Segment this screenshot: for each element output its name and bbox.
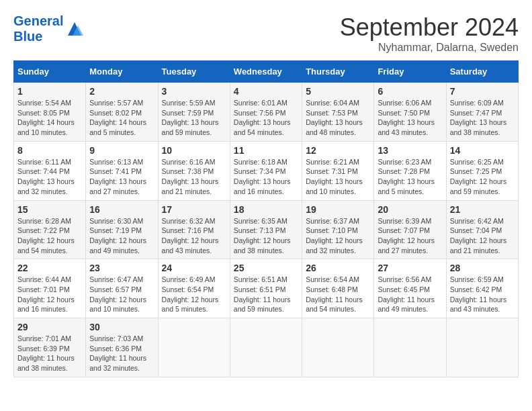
sunset-text: Sunset: 6:39 PM xyxy=(17,345,70,353)
sunset-text: Sunset: 6:51 PM xyxy=(234,285,286,293)
daylight-text: Daylight: 11 hours and 49 minutes. xyxy=(378,295,435,314)
calendar-cell xyxy=(230,318,302,377)
day-number: 6 xyxy=(378,86,442,97)
week-row-5: 29Sunrise: 7:01 AMSunset: 6:39 PMDayligh… xyxy=(14,318,519,377)
day-info: Sunrise: 6:54 AMSunset: 6:48 PMDaylight:… xyxy=(306,275,370,314)
day-info: Sunrise: 6:28 AMSunset: 7:22 PMDaylight:… xyxy=(17,216,82,256)
week-row-3: 15Sunrise: 6:28 AMSunset: 7:22 PMDayligh… xyxy=(14,200,519,259)
calendar-cell: 14Sunrise: 6:25 AMSunset: 7:25 PMDayligh… xyxy=(446,141,518,200)
day-number: 14 xyxy=(450,145,515,156)
sunrise-text: Sunrise: 5:59 AM xyxy=(162,99,216,107)
sunrise-text: Sunrise: 5:54 AM xyxy=(17,99,71,107)
location-subtitle: Nyhammar, Dalarna, Sweden xyxy=(340,42,519,54)
sunrise-text: Sunrise: 6:35 AM xyxy=(234,217,287,225)
day-info: Sunrise: 6:35 AMSunset: 7:13 PMDaylight:… xyxy=(234,216,298,256)
sunset-text: Sunset: 7:10 PM xyxy=(306,226,358,234)
calendar-cell: 10Sunrise: 6:16 AMSunset: 7:38 PMDayligh… xyxy=(158,141,230,200)
day-info: Sunrise: 5:59 AMSunset: 7:59 PMDaylight:… xyxy=(162,98,226,138)
day-info: Sunrise: 6:04 AMSunset: 7:53 PMDaylight:… xyxy=(306,98,370,138)
daylight-text: Daylight: 11 hours and 59 minutes. xyxy=(234,295,291,314)
sunset-text: Sunset: 6:48 PM xyxy=(306,285,358,293)
day-info: Sunrise: 6:42 AMSunset: 7:04 PMDaylight:… xyxy=(450,216,515,256)
day-number: 2 xyxy=(89,86,154,97)
day-number: 9 xyxy=(89,145,154,156)
sunset-text: Sunset: 6:36 PM xyxy=(89,345,142,353)
calendar-cell: 27Sunrise: 6:56 AMSunset: 6:45 PMDayligh… xyxy=(374,259,446,318)
day-number: 15 xyxy=(17,204,82,215)
day-info: Sunrise: 6:44 AMSunset: 7:01 PMDaylight:… xyxy=(17,275,82,314)
sunset-text: Sunset: 7:56 PM xyxy=(234,109,286,117)
daylight-text: Daylight: 11 hours and 54 minutes. xyxy=(306,295,363,314)
sunset-text: Sunset: 6:54 PM xyxy=(162,285,214,293)
sunrise-text: Sunrise: 6:47 AM xyxy=(89,275,143,283)
day-info: Sunrise: 6:01 AMSunset: 7:56 PMDaylight:… xyxy=(234,98,298,138)
daylight-text: Daylight: 13 hours and 59 minutes. xyxy=(162,118,219,136)
calendar-cell xyxy=(374,318,446,377)
day-info: Sunrise: 5:57 AMSunset: 8:02 PMDaylight:… xyxy=(89,98,154,138)
sunset-text: Sunset: 7:38 PM xyxy=(162,167,214,175)
sunrise-text: Sunrise: 6:37 AM xyxy=(306,217,359,225)
daylight-text: Daylight: 12 hours and 21 minutes. xyxy=(450,236,507,255)
week-row-2: 8Sunrise: 6:11 AMSunset: 7:44 PMDaylight… xyxy=(14,141,519,200)
sunrise-text: Sunrise: 7:03 AM xyxy=(89,334,143,342)
calendar-cell: 22Sunrise: 6:44 AMSunset: 7:01 PMDayligh… xyxy=(14,259,86,318)
calendar-cell: 24Sunrise: 6:49 AMSunset: 6:54 PMDayligh… xyxy=(158,259,230,318)
day-info: Sunrise: 6:51 AMSunset: 6:51 PMDaylight:… xyxy=(234,275,298,314)
day-number: 27 xyxy=(378,263,442,273)
sunset-text: Sunset: 6:42 PM xyxy=(450,285,502,293)
calendar-cell xyxy=(302,318,374,377)
day-number: 12 xyxy=(306,145,370,156)
calendar-cell: 20Sunrise: 6:39 AMSunset: 7:07 PMDayligh… xyxy=(374,200,446,259)
weekday-header-friday: Friday xyxy=(374,61,446,83)
sunset-text: Sunset: 7:22 PM xyxy=(17,226,70,234)
calendar-cell: 15Sunrise: 6:28 AMSunset: 7:22 PMDayligh… xyxy=(14,200,86,259)
daylight-text: Daylight: 12 hours and 54 minutes. xyxy=(17,236,75,255)
page-header: General Blue September 2024 Nyhammar, Da… xyxy=(13,13,519,54)
daylight-text: Daylight: 11 hours and 32 minutes. xyxy=(89,354,146,372)
day-number: 28 xyxy=(450,263,515,273)
sunset-text: Sunset: 7:59 PM xyxy=(162,109,214,117)
sunset-text: Sunset: 7:50 PM xyxy=(378,109,430,117)
calendar-cell: 17Sunrise: 6:32 AMSunset: 7:16 PMDayligh… xyxy=(158,200,230,259)
day-info: Sunrise: 6:56 AMSunset: 6:45 PMDaylight:… xyxy=(378,275,442,314)
day-number: 16 xyxy=(89,204,154,215)
sunset-text: Sunset: 7:41 PM xyxy=(89,167,142,175)
day-number: 20 xyxy=(378,204,442,215)
sunrise-text: Sunrise: 6:21 AM xyxy=(306,158,359,166)
calendar-cell: 2Sunrise: 5:57 AMSunset: 8:02 PMDaylight… xyxy=(86,83,158,142)
day-number: 23 xyxy=(89,263,154,273)
sunrise-text: Sunrise: 6:51 AM xyxy=(234,275,287,283)
sunrise-text: Sunrise: 6:06 AM xyxy=(378,99,431,107)
sunset-text: Sunset: 7:31 PM xyxy=(306,167,358,175)
daylight-text: Daylight: 13 hours and 43 minutes. xyxy=(378,118,435,136)
daylight-text: Daylight: 13 hours and 16 minutes. xyxy=(234,177,291,195)
calendar-cell: 12Sunrise: 6:21 AMSunset: 7:31 PMDayligh… xyxy=(302,141,374,200)
sunrise-text: Sunrise: 6:56 AM xyxy=(378,275,431,283)
calendar-cell: 8Sunrise: 6:11 AMSunset: 7:44 PMDaylight… xyxy=(14,141,86,200)
sunset-text: Sunset: 7:07 PM xyxy=(378,226,430,234)
day-info: Sunrise: 6:32 AMSunset: 7:16 PMDaylight:… xyxy=(162,216,226,256)
sunrise-text: Sunrise: 6:01 AM xyxy=(234,99,287,107)
calendar-cell: 6Sunrise: 6:06 AMSunset: 7:50 PMDaylight… xyxy=(374,83,446,142)
sunrise-text: Sunrise: 6:28 AM xyxy=(17,217,71,225)
sunrise-text: Sunrise: 6:30 AM xyxy=(89,217,143,225)
calendar-cell: 11Sunrise: 6:18 AMSunset: 7:34 PMDayligh… xyxy=(230,141,302,200)
day-number: 25 xyxy=(234,263,298,273)
sunrise-text: Sunrise: 6:09 AM xyxy=(450,99,504,107)
sunset-text: Sunset: 8:02 PM xyxy=(89,109,142,117)
calendar-cell: 13Sunrise: 6:23 AMSunset: 7:28 PMDayligh… xyxy=(374,141,446,200)
weekday-header-wednesday: Wednesday xyxy=(230,61,302,83)
sunset-text: Sunset: 7:28 PM xyxy=(378,167,430,175)
sunset-text: Sunset: 7:04 PM xyxy=(450,226,502,234)
sunrise-text: Sunrise: 6:11 AM xyxy=(17,158,71,166)
day-info: Sunrise: 6:06 AMSunset: 7:50 PMDaylight:… xyxy=(378,98,442,138)
day-number: 7 xyxy=(450,86,515,97)
sunset-text: Sunset: 7:25 PM xyxy=(450,167,502,175)
calendar-cell xyxy=(158,318,230,377)
sunset-text: Sunset: 7:53 PM xyxy=(306,109,358,117)
day-number: 4 xyxy=(234,86,298,97)
sunrise-text: Sunrise: 6:13 AM xyxy=(89,158,143,166)
day-info: Sunrise: 6:47 AMSunset: 6:57 PMDaylight:… xyxy=(89,275,154,314)
daylight-text: Daylight: 12 hours and 49 minutes. xyxy=(89,236,146,255)
day-number: 26 xyxy=(306,263,370,273)
